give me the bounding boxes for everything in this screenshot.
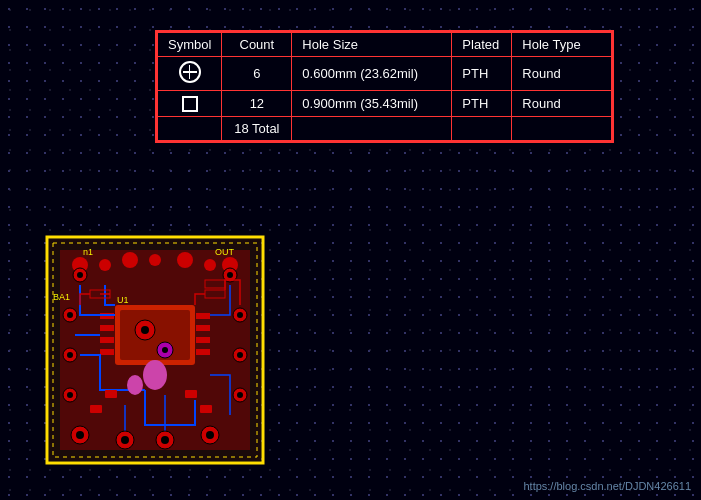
row2-count: 12 <box>222 91 292 117</box>
svg-rect-18 <box>196 337 210 343</box>
total-symbol-cell <box>158 116 222 140</box>
svg-rect-14 <box>100 337 114 343</box>
square-icon <box>182 96 198 112</box>
svg-point-27 <box>67 352 73 358</box>
svg-point-35 <box>237 392 243 398</box>
svg-text:BA1: BA1 <box>53 292 70 302</box>
svg-rect-48 <box>185 390 197 398</box>
total-plated-cell <box>452 116 512 140</box>
row2-hole-type: Round <box>512 91 612 117</box>
svg-rect-17 <box>196 325 210 331</box>
col-header-count: Count <box>222 33 292 57</box>
svg-point-45 <box>141 326 149 334</box>
row1-hole-size: 0.600mm (23.62mil) <box>292 57 452 91</box>
svg-rect-11 <box>120 310 190 360</box>
row2-hole-size: 0.900mm (35.43mil) <box>292 91 452 117</box>
svg-point-41 <box>161 436 169 444</box>
svg-rect-15 <box>100 349 114 355</box>
col-header-symbol: Symbol <box>158 33 222 57</box>
svg-point-5 <box>122 252 138 268</box>
svg-rect-16 <box>196 313 210 319</box>
drill-table: Symbol Count Hole Size Plated Hole Type … <box>157 32 612 141</box>
svg-point-43 <box>206 431 214 439</box>
svg-point-25 <box>67 312 73 318</box>
table-row: 12 0.900mm (35.43mil) PTH Round <box>158 91 612 117</box>
svg-rect-50 <box>105 390 117 398</box>
svg-rect-49 <box>200 405 212 413</box>
svg-point-47 <box>162 347 168 353</box>
svg-point-29 <box>67 392 73 398</box>
svg-point-21 <box>77 272 83 278</box>
circle-cross-icon <box>179 61 201 83</box>
svg-point-31 <box>237 312 243 318</box>
svg-point-6 <box>149 254 161 266</box>
row1-hole-type: Round <box>512 57 612 91</box>
symbol-square-cell <box>158 91 222 117</box>
svg-point-23 <box>227 272 233 278</box>
svg-rect-51 <box>90 405 102 413</box>
col-header-hole-type: Hole Type <box>512 33 612 57</box>
total-row: 18 Total <box>158 116 612 140</box>
svg-rect-13 <box>100 325 114 331</box>
svg-rect-19 <box>196 349 210 355</box>
total-hole-type-cell <box>512 116 612 140</box>
row1-plated: PTH <box>452 57 512 91</box>
pcb-svg: n1 BA1 U1 OUT <box>45 235 265 465</box>
col-header-hole-size: Hole Size <box>292 33 452 57</box>
svg-point-37 <box>76 431 84 439</box>
svg-text:OUT: OUT <box>215 247 235 257</box>
row2-plated: PTH <box>452 91 512 117</box>
svg-point-53 <box>127 375 143 395</box>
svg-point-8 <box>204 259 216 271</box>
total-hole-size-cell <box>292 116 452 140</box>
svg-point-39 <box>121 436 129 444</box>
svg-text:n1: n1 <box>83 247 93 257</box>
pcb-board-container: n1 BA1 U1 OUT <box>45 235 265 465</box>
row1-count: 6 <box>222 57 292 91</box>
svg-point-52 <box>143 360 167 390</box>
total-count: 18 Total <box>222 116 292 140</box>
symbol-circle-cell <box>158 57 222 91</box>
col-header-plated: Plated <box>452 33 512 57</box>
svg-point-4 <box>99 259 111 271</box>
drill-table-container: Symbol Count Hole Size Plated Hole Type … <box>155 30 614 143</box>
watermark: https://blog.csdn.net/DJDN426611 <box>523 480 691 492</box>
svg-point-7 <box>177 252 193 268</box>
svg-point-33 <box>237 352 243 358</box>
table-row: 6 0.600mm (23.62mil) PTH Round <box>158 57 612 91</box>
svg-text:U1: U1 <box>117 295 129 305</box>
